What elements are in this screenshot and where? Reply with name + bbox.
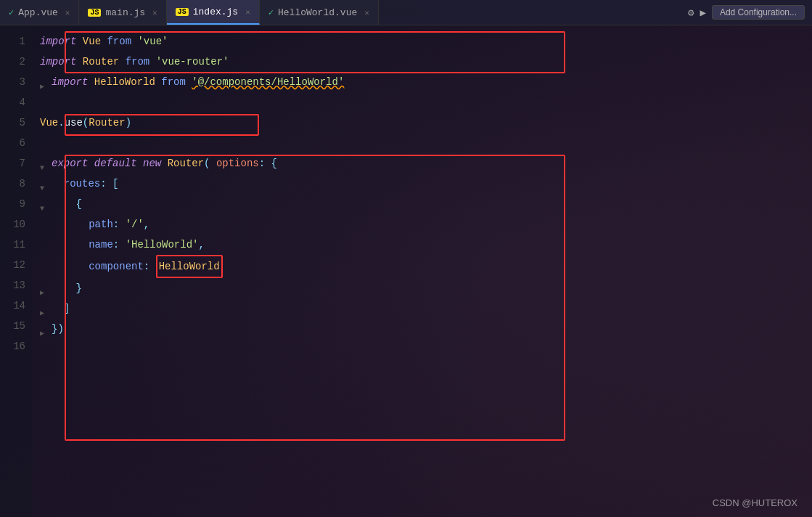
code-area[interactable]: import Vue from 'vue' import Router from <box>33 25 812 365</box>
token-punct-5a: . <box>58 113 64 133</box>
fold-icon-14[interactable]: ▶ <box>40 304 50 314</box>
watermark: CSDN @HUTEROX <box>713 497 797 508</box>
tab-label-app-vue: App.vue <box>18 7 58 18</box>
line-num-14: 14 <box>0 296 25 316</box>
line-num-16: 16 <box>0 336 25 357</box>
token-router-7: Router <box>168 153 204 174</box>
tab-close-app-vue[interactable]: ✕ <box>65 8 70 17</box>
code-line-16 <box>33 339 812 359</box>
line-num-1: 1 <box>0 31 25 52</box>
fold-icon-13[interactable]: ▶ <box>40 283 50 293</box>
token-default-7: default <box>94 153 137 174</box>
token-from-2: from <box>126 52 150 72</box>
tab-app-vue[interactable]: ✓ App.vue ✕ <box>0 0 79 25</box>
fold-icon-8[interactable]: ▼ <box>40 179 50 189</box>
vue-icon: ✓ <box>9 7 14 18</box>
vue-icon-hw: ✓ <box>268 7 274 18</box>
line-num-2: 2 <box>0 52 25 72</box>
token-colon-8: : <box>100 174 106 194</box>
token-closebrace-13: } <box>76 278 82 298</box>
add-configuration-button[interactable]: Add Configuration... <box>712 5 805 20</box>
tab-label-main-js: main.js <box>105 7 145 18</box>
js-icon-main: JS <box>88 9 101 17</box>
token-pathval-10: '/' <box>126 214 144 235</box>
fold-icon-3[interactable]: ▶ <box>40 77 50 87</box>
line-num-7: 7 <box>0 153 25 174</box>
fold-icon-15[interactable]: ▶ <box>40 324 50 334</box>
line-num-15: 15 <box>0 316 25 336</box>
tab-label-helloworld-vue: HelloWorld.vue <box>278 7 357 18</box>
code-line-11: name : 'HelloWorld' , <box>33 235 812 255</box>
code-line-3: ▶ import HelloWorld from '@/components/H… <box>33 72 812 92</box>
fold-icon-7[interactable]: ▼ <box>40 158 50 168</box>
tab-main-js[interactable]: JS main.js ✕ <box>79 0 166 25</box>
code-wrapper: import Vue from 'vue' import Router from <box>33 25 812 517</box>
tab-close-helloworld-vue[interactable]: ✕ <box>364 8 369 17</box>
token-router-2: Router <box>83 52 119 72</box>
code-line-1: import Vue from 'vue' <box>33 31 812 52</box>
tab-helloworld-vue[interactable]: ✓ HelloWorld.vue ✕ <box>260 0 379 25</box>
line-num-9: 9 <box>0 194 25 214</box>
token-brace-9: { <box>76 194 82 214</box>
code-line-7: ▼ export default new Router ( options : … <box>33 153 812 174</box>
code-line-8: ▼ routes : [ <box>33 174 812 194</box>
line-numbers: 1 2 3 4 5 6 7 8 9 10 11 12 13 14 15 16 <box>0 25 33 517</box>
tab-index-js[interactable]: JS index.js ✕ <box>167 0 260 25</box>
token-bracket-8: [ <box>112 174 118 194</box>
js-icon-index: JS <box>176 8 189 16</box>
debug-icon[interactable]: ▶ <box>700 7 705 19</box>
fold-icon-9[interactable]: ▼ <box>40 199 50 209</box>
token-closebracket-14: ] <box>64 298 70 319</box>
token-import-3: import <box>52 72 88 92</box>
token-vue-1: Vue <box>83 31 101 52</box>
code-line-2: import Router from 'vue-router' <box>33 52 812 72</box>
code-line-13: ▶ } <box>33 278 812 298</box>
token-import-2: import <box>40 52 76 72</box>
line-num-6: 6 <box>0 133 25 153</box>
token-routes-8: routes <box>64 174 100 194</box>
line-num-11: 11 <box>0 235 25 255</box>
code-line-6 <box>33 133 812 153</box>
token-colon-10: : <box>113 214 119 235</box>
token-router-5: Router <box>89 113 125 133</box>
editor-body: 1 2 3 4 5 6 7 8 9 10 11 12 13 14 15 16 <box>0 25 812 517</box>
token-punct-7a: ( <box>204 153 210 174</box>
line-num-13: 13 <box>0 275 25 296</box>
token-comma-11: , <box>198 235 204 255</box>
line-num-3: 3 <box>0 72 25 92</box>
editor-container: ✓ App.vue ✕ JS main.js ✕ JS index.js ✕ ✓… <box>0 0 812 517</box>
token-options-7: options <box>216 153 259 174</box>
code-line-5: Vue . use ( Router ) <box>33 113 812 133</box>
token-export-7: export <box>52 153 88 174</box>
token-use-5: use <box>65 113 83 133</box>
tab-bar: ✓ App.vue ✕ JS main.js ✕ JS index.js ✕ ✓… <box>0 0 812 25</box>
token-from-1: from <box>107 31 131 52</box>
token-punct-5b: ( <box>83 113 89 133</box>
token-closeparen-15: }) <box>52 319 64 339</box>
code-line-14: ▶ ] <box>33 298 812 319</box>
line-num-12: 12 <box>0 255 25 275</box>
token-str-3: '@/components/HelloWorld' <box>192 72 344 92</box>
code-line-15: ▶ }) <box>33 319 812 339</box>
token-str-2: 'vue-router' <box>156 52 229 72</box>
line-num-5: 5 <box>0 113 25 133</box>
token-hw-ref-12: HelloWorld <box>156 255 223 278</box>
token-str-1: 'vue' <box>137 31 168 52</box>
line-num-8: 8 <box>0 174 25 194</box>
code-line-9: ▼ { <box>33 194 812 214</box>
token-from-3: from <box>161 72 186 92</box>
tab-close-main-js[interactable]: ✕ <box>152 8 157 17</box>
token-hw-3: HelloWorld <box>94 72 155 92</box>
settings-icon[interactable]: ⚙ <box>688 7 694 19</box>
token-punct-7b: : <box>259 153 265 174</box>
tab-label-index-js: index.js <box>193 7 238 17</box>
code-line-12: component : HelloWorld <box>33 255 812 278</box>
token-vue-5: Vue <box>40 113 58 133</box>
token-comma-10: , <box>144 214 149 235</box>
toolbar-icons: ⚙ ▶ <box>688 7 706 19</box>
tab-close-index-js[interactable]: ✕ <box>245 7 250 17</box>
token-nameval-11: 'HelloWorld' <box>126 235 199 255</box>
token-name-11: name <box>89 235 113 255</box>
token-punct-5c: ) <box>126 113 131 133</box>
code-line-4 <box>33 92 812 113</box>
